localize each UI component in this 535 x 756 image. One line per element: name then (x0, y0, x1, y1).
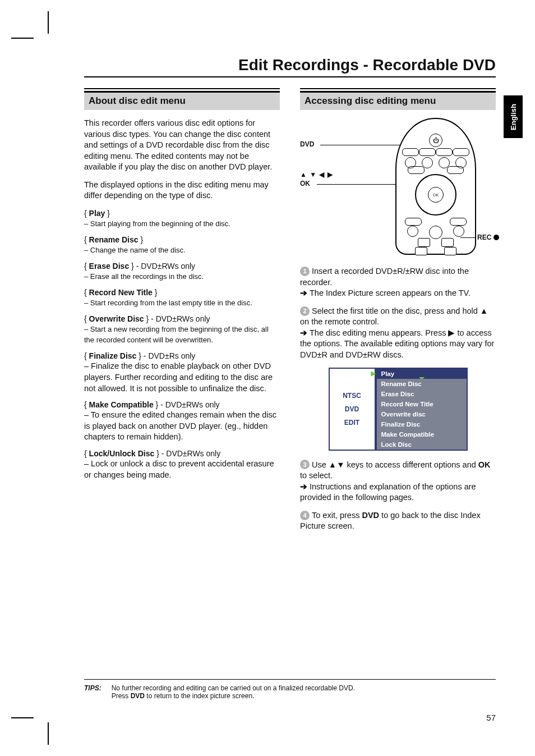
step-4-dvd: DVD (362, 511, 379, 520)
option-name: Overwrite Disc (89, 314, 144, 323)
remote-pill-button (419, 148, 436, 156)
language-tab: English (504, 95, 523, 138)
menu-item: Overwrite disc (377, 409, 467, 419)
option-desc: – Erase all the recordings in the disc. (84, 272, 204, 281)
step-1: 1Insert a recorded DVD±R/±RW disc into t… (300, 266, 496, 299)
language-tab-text: English (509, 104, 518, 130)
menu-item: Make Compatible (377, 429, 467, 439)
option-desc: – To ensure the edited changes remain wh… (84, 410, 276, 441)
ok-button-icon: OK (428, 187, 444, 203)
result-arrow-icon: ➔ (300, 288, 307, 299)
option-suffix: - DVD±RWs only (158, 400, 219, 409)
step-badge-3: 3 (300, 460, 310, 469)
tips-label: TIPS: (84, 684, 102, 700)
remote-pill-button (450, 218, 467, 226)
step-3: 3Use ▲▼ keys to access different options… (300, 460, 496, 503)
option-name: Play (89, 209, 105, 218)
menu-right-panel: PlayRename DiscErase DiscRecord New Titl… (376, 368, 468, 451)
step-badge-1: 1 (300, 267, 310, 276)
remote-rect-button (415, 247, 427, 255)
step-3-text-a: Use ▲▼ keys to access different options … (312, 460, 478, 469)
step-1-result: The Index Picture screen appears on the … (310, 288, 471, 297)
option-name: Make Compatible (89, 400, 154, 409)
option-block: { Rename Disc }– Change the name of the … (84, 235, 280, 255)
option-block: { Lock/Unlock Disc } - DVD±RWs only– Loc… (84, 448, 280, 480)
step-3-result: Instructions and explanation of the opti… (300, 482, 476, 502)
menu-left-ntsc: NTSC (343, 392, 361, 400)
option-block: { Erase Disc } - DVD±RWs only– Erase all… (84, 261, 280, 282)
result-arrow-icon: ➔ (300, 328, 307, 339)
result-arrow-icon: ➔ (300, 482, 307, 493)
step-4-text-a: To exit, press (312, 511, 362, 520)
option-desc: – Finalize the disc to enable playback o… (84, 361, 273, 392)
step-2-text: Select the first title on the disc, pres… (300, 306, 488, 327)
rec-button-icon (444, 247, 456, 255)
option-name: Erase Disc (89, 262, 130, 271)
menu-item: Rename Disc (377, 379, 467, 389)
remote-rect-button (418, 238, 430, 247)
option-name: Finalize Disc (89, 351, 137, 360)
option-desc: – Change the name of the disc. (84, 246, 186, 254)
option-block: { Finalize Disc } - DVD±Rs only– Finaliz… (84, 351, 280, 394)
about-intro-1: This recorder offers various disc edit o… (84, 118, 280, 173)
remote-diagram: DVD ▲ ▼ ◀ ▶ OK ⏻ (300, 118, 496, 258)
option-block: { Overwrite Disc } - DVD±RWs only– Start… (84, 314, 280, 345)
arrows-callout-label: ▲ ▼ ◀ ▶ (300, 171, 333, 178)
nav-ring: OK (415, 174, 456, 216)
option-name: Lock/Unlock Disc (89, 449, 155, 458)
menu-left-panel: NTSC DVD EDIT (329, 368, 376, 451)
option-suffix: - DVD±RWs only (134, 262, 195, 271)
rec-text: REC (477, 233, 491, 241)
menu-figure: NTSC DVD EDIT PlayRename DiscErase DiscR… (300, 368, 496, 451)
option-desc: – Lock or unlock a disc to prevent accid… (84, 459, 274, 479)
accessing-heading: Accessing disc editing menu (300, 91, 496, 110)
option-suffix: - DVD±RWs only (149, 314, 210, 323)
remote-body: ⏻ (395, 118, 476, 255)
step-3-text-c: to select. (300, 471, 333, 480)
remote-pill-button (408, 166, 425, 174)
menu-left-dvd: DVD (345, 405, 359, 413)
remote-pill-button (436, 148, 453, 156)
step-4: 4To exit, press DVD to go back to the di… (300, 510, 496, 532)
tips-line-2: Press DVD to return to the index picture… (112, 692, 355, 700)
step-2: 2Select the first title on the disc, pre… (300, 306, 496, 361)
step-3-ok: OK (478, 460, 491, 469)
remote-rect-button (441, 238, 454, 247)
option-block: { Play }– Start playing from the beginni… (84, 208, 280, 229)
remote-pill-button (405, 218, 422, 226)
menu-item: Play (377, 369, 467, 379)
option-desc: – Start recording from the last empty ti… (84, 299, 252, 307)
skip-fwd-icon (453, 226, 464, 237)
option-name: Record New Title (89, 288, 153, 297)
record-dot-icon (494, 235, 499, 240)
tips-line-1: No further recording and editing can be … (112, 684, 355, 692)
option-suffix: - DVD±RWs only (159, 449, 220, 458)
remote-pill-button (447, 166, 464, 174)
option-block: { Make Compatible } - DVD±RWs only– To e… (84, 400, 280, 443)
option-desc: – Start playing from the beginning of th… (84, 219, 230, 228)
dvd-callout-label: DVD (300, 140, 314, 148)
about-intro-2: The displayed options in the disc editin… (84, 180, 280, 201)
page-title: Edit Recordings - Recordable DVD (84, 56, 496, 77)
menu-item: Lock Disc (377, 439, 467, 450)
menu-left-edit: EDIT (344, 419, 359, 427)
step-2-result: The disc editing menu appears. Press ▶ t… (300, 328, 494, 359)
remote-pill-button (402, 148, 419, 156)
option-name: Rename Disc (89, 235, 139, 244)
skip-back-icon (407, 226, 418, 237)
step-1-text: Insert a recorded DVD±R/±RW disc into th… (300, 267, 469, 287)
tips-footer: TIPS: No further recording and editing c… (84, 679, 496, 700)
remote-pill-button (453, 148, 469, 156)
power-icon: ⏻ (429, 134, 442, 147)
ok-callout-label: OK (300, 180, 310, 187)
option-desc: – Start a new recording from the beginni… (84, 325, 269, 344)
menu-item: Erase Disc (377, 389, 467, 399)
play-pause-icon (429, 226, 442, 239)
step-badge-4: 4 (300, 511, 310, 520)
step-badge-2: 2 (300, 306, 310, 316)
option-suffix: - DVD±Rs only (141, 351, 195, 360)
page-number: 57 (486, 713, 496, 722)
option-block: { Record New Title }– Start recording fr… (84, 287, 280, 308)
menu-item: Record New Title (377, 399, 467, 409)
rec-callout-label: REC (477, 233, 519, 241)
